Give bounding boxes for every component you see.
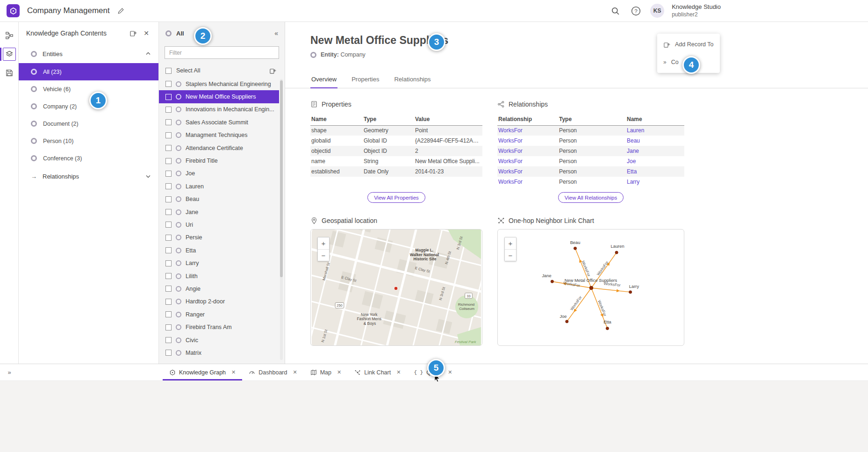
record-list-item[interactable]: Lauren (159, 180, 279, 193)
view-all-relationships-button[interactable]: View All Relationships (558, 192, 624, 203)
bottom-tab-link-chart[interactable]: Link Chart ✕ (348, 364, 407, 380)
record-list-item[interactable]: Civic (159, 334, 279, 346)
select-all-checkbox[interactable] (165, 68, 172, 74)
record-checkbox[interactable] (165, 299, 172, 305)
graph-node[interactable] (574, 247, 576, 250)
relationship-link[interactable]: WorksFor (497, 125, 558, 136)
record-list-item[interactable]: Ranger (159, 308, 279, 321)
map-canvas[interactable]: N 3rd St N 4th St N 3rd St E Clay St E C… (311, 230, 482, 345)
search-button[interactable] (609, 5, 622, 17)
bottom-tab-dashboard[interactable]: Dashboard ✕ (242, 364, 303, 380)
record-checkbox[interactable] (165, 273, 172, 279)
record-list-item[interactable]: Etta (159, 244, 279, 257)
zoom-out-button[interactable]: − (318, 249, 329, 261)
scrollbar-track[interactable] (280, 79, 283, 360)
record-checkbox[interactable] (165, 260, 172, 266)
record-list-item[interactable]: Firebird Trans Am (159, 321, 279, 333)
close-tab-icon[interactable]: ✕ (231, 369, 236, 375)
record-list-item[interactable]: Persie (159, 231, 279, 244)
related-entity-link[interactable]: Jane (626, 146, 684, 156)
record-list-item[interactable]: Firebird Title (159, 154, 279, 167)
related-entity-link[interactable]: Lauren (626, 125, 684, 136)
record-list-item[interactable]: Lilith (159, 270, 279, 282)
close-tab-icon[interactable]: ✕ (448, 369, 452, 375)
graph-node[interactable] (606, 327, 609, 330)
related-entity-link[interactable]: Etta (626, 166, 684, 177)
entity-type-item[interactable]: Vehicle (6) (19, 80, 158, 98)
relationship-link[interactable]: WorksFor (497, 166, 558, 177)
zoom-in-button[interactable]: + (318, 237, 329, 249)
record-checkbox[interactable] (165, 171, 172, 177)
close-panel-icon[interactable]: ✕ (142, 28, 151, 39)
record-checkbox[interactable] (165, 132, 172, 138)
tab-properties[interactable]: Properties (351, 72, 380, 88)
menu-item-add-record-to[interactable]: Add Record To (657, 36, 720, 53)
relationships-section-header[interactable]: → Relationships (19, 167, 158, 186)
record-checkbox[interactable] (165, 337, 172, 343)
scrollbar-thumb[interactable] (280, 80, 283, 277)
record-checkbox[interactable] (165, 222, 172, 228)
link-chart-canvas[interactable]: WorksFor WorksFor WorksFor WorksFor Work… (498, 230, 684, 345)
record-checkbox[interactable] (165, 286, 172, 292)
record-checkbox[interactable] (165, 81, 172, 87)
rail-item-save[interactable] (0, 65, 19, 81)
entity-type-item[interactable]: Conference (3) (19, 150, 158, 167)
record-checkbox[interactable] (165, 183, 172, 189)
filter-input[interactable] (165, 46, 279, 59)
relationship-link[interactable]: WorksFor (497, 177, 558, 187)
record-checkbox[interactable] (165, 311, 172, 317)
record-checkbox[interactable] (165, 209, 172, 215)
entities-section-header[interactable]: Entities (19, 44, 158, 63)
tab-overview[interactable]: Overview (310, 72, 337, 88)
edit-title-button[interactable] (115, 6, 126, 16)
close-tab-icon[interactable]: ✕ (293, 369, 297, 375)
center-node[interactable] (589, 286, 593, 290)
related-entity-link[interactable]: Beau (626, 136, 684, 146)
account-menu[interactable]: Knowledge Studio publisher2 (672, 3, 721, 18)
graph-node[interactable] (629, 291, 631, 294)
record-checkbox[interactable] (165, 324, 172, 330)
entity-type-item[interactable]: Document (2) (19, 115, 158, 132)
record-checkbox[interactable] (165, 235, 172, 241)
view-all-properties-button[interactable]: View All Properties (367, 192, 425, 203)
record-list-item[interactable]: Uri (159, 218, 279, 231)
record-checkbox[interactable] (165, 158, 172, 164)
tab-relationships[interactable]: Relationships (393, 72, 431, 88)
record-list-item[interactable]: Staplers Mechanical Engineering (159, 78, 279, 90)
entity-type-item[interactable]: All (23) (19, 63, 158, 80)
add-record-icon[interactable] (267, 65, 278, 76)
user-avatar[interactable]: KS (650, 4, 664, 18)
zoom-out-button[interactable]: − (505, 249, 516, 261)
relationship-link[interactable]: WorksFor (497, 156, 558, 166)
bottom-tab-map[interactable]: Map ✕ (304, 364, 348, 380)
entity-type-item[interactable]: Company (2) (19, 98, 158, 115)
collapse-panel-icon[interactable]: « (274, 29, 278, 37)
rail-item-contents[interactable] (0, 46, 19, 62)
graph-node[interactable] (566, 320, 568, 323)
record-list-item[interactable]: Hardtop 2-door (159, 295, 279, 308)
close-tab-icon[interactable]: ✕ (396, 369, 401, 375)
related-entity-link[interactable]: Joe (626, 156, 684, 166)
add-to-new-icon[interactable] (128, 28, 139, 39)
record-list-item[interactable]: Beau (159, 193, 279, 206)
record-checkbox[interactable] (165, 145, 172, 151)
record-list-item[interactable]: Joe (159, 167, 279, 180)
expand-rail-icon[interactable]: » (0, 364, 19, 380)
record-checkbox[interactable] (165, 119, 172, 125)
graph-node[interactable] (615, 251, 618, 254)
related-entity-link[interactable]: Larry (626, 177, 684, 187)
record-list-item[interactable]: Attendance Certificate (159, 142, 279, 154)
record-checkbox[interactable] (165, 350, 172, 356)
zoom-in-button[interactable]: + (505, 237, 516, 249)
app-logo-icon[interactable] (7, 4, 20, 17)
graph-node[interactable] (551, 280, 553, 283)
record-checkbox[interactable] (165, 196, 172, 202)
entity-type-item[interactable]: Person (10) (19, 132, 158, 150)
bottom-tab-knowledge-graph[interactable]: Knowledge Graph ✕ (163, 364, 242, 380)
record-list-item[interactable]: Managment Techniques (159, 129, 279, 142)
relationship-link[interactable]: WorksFor (497, 136, 558, 146)
record-list-item[interactable]: Larry (159, 257, 279, 269)
close-tab-icon[interactable]: ✕ (337, 369, 341, 375)
record-list-item[interactable]: Jane (159, 206, 279, 218)
rail-item-hierarchy[interactable] (0, 28, 19, 43)
